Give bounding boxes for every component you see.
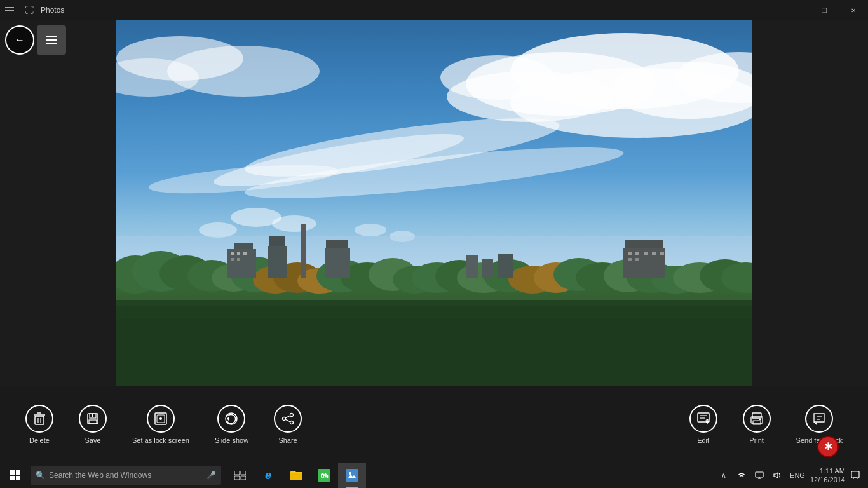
svg-rect-78 bbox=[35, 416, 44, 424]
search-input[interactable]: Search the Web and Windows bbox=[49, 471, 203, 480]
svg-rect-109 bbox=[241, 471, 246, 475]
svg-rect-72 bbox=[635, 258, 639, 261]
store-button[interactable]: 🛍 bbox=[310, 463, 338, 488]
title-bar-left: ⛶ Photos bbox=[0, 4, 780, 17]
svg-rect-71 bbox=[628, 258, 632, 261]
svg-rect-73 bbox=[466, 255, 478, 278]
action-center-icon[interactable] bbox=[848, 468, 863, 483]
svg-rect-85 bbox=[89, 420, 97, 424]
svg-line-96 bbox=[285, 416, 290, 418]
edit-button[interactable]: Edit bbox=[677, 400, 730, 449]
search-icon: 🔍 bbox=[36, 471, 45, 480]
windows-icon bbox=[10, 470, 20, 480]
ie-icon: e bbox=[265, 469, 271, 482]
save-label: Save bbox=[85, 437, 100, 444]
folder-icon bbox=[290, 470, 302, 481]
volume-icon[interactable] bbox=[770, 468, 785, 483]
set-lock-screen-label: Set as lock screen bbox=[132, 437, 189, 444]
delete-button[interactable]: Delete bbox=[13, 400, 66, 449]
svg-rect-67 bbox=[635, 252, 639, 255]
bottom-toolbar: Delete Save Set as lock screen bbox=[0, 386, 868, 463]
svg-rect-55 bbox=[237, 252, 240, 255]
svg-point-10 bbox=[440, 55, 555, 100]
svg-point-19 bbox=[272, 215, 316, 232]
delete-icon bbox=[25, 405, 53, 433]
svg-text:🛍: 🛍 bbox=[320, 471, 329, 480]
taskbar: 🔍 Search the Web and Windows 🎤 e bbox=[0, 463, 868, 488]
svg-rect-70 bbox=[660, 252, 664, 255]
maximize-button[interactable]: ❐ bbox=[810, 0, 839, 20]
lock-screen-icon bbox=[147, 405, 175, 433]
microphone-icon[interactable]: 🎤 bbox=[207, 471, 216, 480]
photo-display bbox=[116, 20, 752, 386]
share-icon bbox=[274, 405, 302, 433]
svg-line-97 bbox=[285, 419, 290, 422]
taskbar-apps: e 🛍 bbox=[226, 463, 366, 488]
svg-rect-112 bbox=[290, 473, 302, 480]
start-button[interactable] bbox=[0, 463, 31, 488]
print-button[interactable]: Print bbox=[730, 400, 783, 449]
photos-taskbar-button[interactable] bbox=[338, 463, 366, 488]
svg-rect-102 bbox=[752, 413, 761, 418]
svg-point-20 bbox=[199, 222, 237, 238]
svg-rect-75 bbox=[498, 254, 513, 278]
close-button[interactable]: ✕ bbox=[839, 0, 868, 20]
top-overlay: ← bbox=[5, 25, 66, 55]
set-lock-screen-button[interactable]: Set as lock screen bbox=[119, 400, 202, 449]
svg-rect-108 bbox=[234, 471, 240, 475]
minimize-button[interactable]: — bbox=[780, 0, 810, 20]
svg-rect-63 bbox=[325, 248, 350, 278]
network-icon[interactable] bbox=[734, 468, 749, 483]
back-button[interactable]: ← bbox=[5, 25, 34, 55]
share-button[interactable]: Share bbox=[261, 400, 315, 449]
svg-rect-74 bbox=[482, 259, 493, 278]
svg-rect-60 bbox=[268, 246, 287, 278]
chevron-up-icon[interactable]: ∧ bbox=[716, 468, 731, 483]
svg-rect-104 bbox=[753, 421, 761, 424]
feedback-badge: ✱ bbox=[817, 435, 839, 461]
svg-rect-86 bbox=[92, 414, 93, 417]
slideshow-button[interactable]: Slide show bbox=[202, 400, 261, 449]
svg-rect-105 bbox=[759, 419, 761, 420]
svg-rect-111 bbox=[241, 476, 246, 480]
svg-rect-57 bbox=[231, 258, 234, 261]
save-button[interactable]: Save bbox=[66, 400, 119, 449]
print-label: Print bbox=[749, 437, 764, 444]
hamburger-icon[interactable] bbox=[5, 4, 18, 17]
svg-rect-66 bbox=[628, 252, 632, 255]
svg-rect-58 bbox=[237, 258, 240, 261]
svg-text:✱: ✱ bbox=[824, 441, 832, 452]
share-label: Share bbox=[278, 437, 297, 444]
svg-rect-56 bbox=[243, 252, 247, 255]
edit-label: Edit bbox=[697, 437, 709, 444]
svg-rect-61 bbox=[301, 224, 306, 278]
photos-taskbar-icon bbox=[346, 469, 358, 482]
svg-point-94 bbox=[290, 421, 294, 424]
menu-button[interactable] bbox=[37, 25, 66, 55]
print-icon bbox=[743, 405, 771, 433]
svg-rect-77 bbox=[116, 300, 752, 319]
svg-point-116 bbox=[349, 472, 351, 475]
slideshow-icon bbox=[217, 405, 245, 433]
clock[interactable]: 1:11 AM 12/16/2014 bbox=[810, 466, 845, 485]
language-indicator[interactable]: ENG bbox=[787, 471, 808, 479]
svg-rect-68 bbox=[644, 252, 648, 255]
display-icon[interactable] bbox=[752, 468, 767, 483]
edit-icon bbox=[689, 405, 717, 433]
slideshow-label: Slide show bbox=[215, 437, 248, 444]
svg-rect-54 bbox=[231, 252, 234, 255]
fullscreen-icon[interactable]: ⛶ bbox=[23, 4, 36, 17]
file-explorer-button[interactable] bbox=[282, 463, 310, 488]
task-view-button[interactable] bbox=[226, 463, 254, 488]
svg-rect-69 bbox=[652, 252, 656, 255]
delete-label: Delete bbox=[29, 437, 50, 444]
window-controls: — ❐ ✕ bbox=[780, 0, 868, 20]
photo-svg bbox=[116, 20, 752, 386]
svg-rect-117 bbox=[756, 472, 763, 477]
svg-rect-110 bbox=[234, 476, 240, 480]
send-feedback-icon bbox=[805, 405, 833, 433]
app-title: Photos bbox=[41, 6, 64, 15]
ie-button[interactable]: e bbox=[254, 463, 282, 488]
search-bar[interactable]: 🔍 Search the Web and Windows 🎤 bbox=[31, 466, 221, 485]
save-icon bbox=[79, 405, 107, 433]
